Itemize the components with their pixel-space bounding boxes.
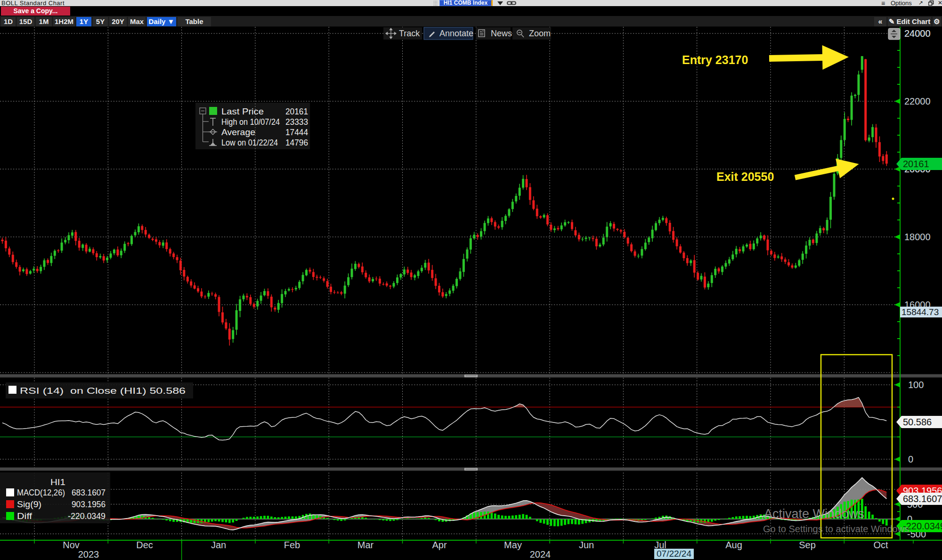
svg-text:15844.73: 15844.73 xyxy=(901,307,939,317)
svg-text:Oct: Oct xyxy=(873,540,888,550)
svg-text:Jan: Jan xyxy=(211,540,226,550)
svg-text:20161: 20161 xyxy=(285,106,308,116)
svg-text:Feb: Feb xyxy=(284,540,300,550)
svg-text:Diff: Diff xyxy=(17,511,32,521)
svg-text:683.1607: 683.1607 xyxy=(72,487,106,497)
svg-text:News: News xyxy=(491,29,512,38)
svg-text:22000: 22000 xyxy=(904,96,931,106)
svg-text:24000: 24000 xyxy=(904,28,931,39)
svg-text:Activate Windows: Activate Windows xyxy=(764,507,864,521)
svg-text:Entry 23170: Entry 23170 xyxy=(682,53,748,66)
svg-text:Low on 01/22/24: Low on 01/22/24 xyxy=(221,138,278,147)
svg-text:2023: 2023 xyxy=(78,549,99,560)
svg-text:903.1956: 903.1956 xyxy=(72,499,106,509)
svg-text:Annotate: Annotate xyxy=(439,29,473,38)
svg-text:Zoom: Zoom xyxy=(529,29,551,38)
svg-text:HI1: HI1 xyxy=(50,477,65,487)
svg-text:Last Price: Last Price xyxy=(221,106,264,116)
svg-text:17444: 17444 xyxy=(285,127,308,137)
svg-text:Sep: Sep xyxy=(799,540,816,550)
svg-text:Track: Track xyxy=(399,29,420,38)
svg-text:50.586: 50.586 xyxy=(903,417,932,427)
svg-text:07/22/24: 07/22/24 xyxy=(657,549,691,559)
svg-text:High on 10/07/24: High on 10/07/24 xyxy=(221,117,280,127)
svg-text:0: 0 xyxy=(908,454,913,464)
svg-text:Aug: Aug xyxy=(725,540,742,550)
svg-text:Exit 20550: Exit 20550 xyxy=(716,170,774,183)
svg-text:MACD(12,26): MACD(12,26) xyxy=(17,487,65,497)
svg-text:2024: 2024 xyxy=(530,549,551,560)
svg-text:18000: 18000 xyxy=(904,232,931,242)
svg-text:Apr: Apr xyxy=(432,540,447,550)
svg-text:683.1607: 683.1607 xyxy=(903,494,942,504)
svg-text:Mar: Mar xyxy=(357,540,374,550)
svg-text:Jun: Jun xyxy=(579,540,594,550)
svg-text:23333: 23333 xyxy=(285,117,308,127)
svg-text:Go to Settings to activate Win: Go to Settings to activate Windows. xyxy=(763,524,912,534)
svg-text:100: 100 xyxy=(908,380,924,390)
svg-text:-220.0349: -220.0349 xyxy=(68,511,106,521)
svg-text:20161: 20161 xyxy=(903,159,929,169)
svg-text:Average: Average xyxy=(221,127,255,137)
svg-text:Nov: Nov xyxy=(63,540,80,550)
svg-text:Sig(9): Sig(9) xyxy=(17,499,41,509)
svg-text:RSI (14) on Close (HI1) 50.58: RSI (14) on Close (HI1) 50.586 xyxy=(20,386,186,396)
svg-text:Dec: Dec xyxy=(136,540,153,550)
svg-text:14796: 14796 xyxy=(285,138,308,147)
svg-text:May: May xyxy=(504,540,522,550)
